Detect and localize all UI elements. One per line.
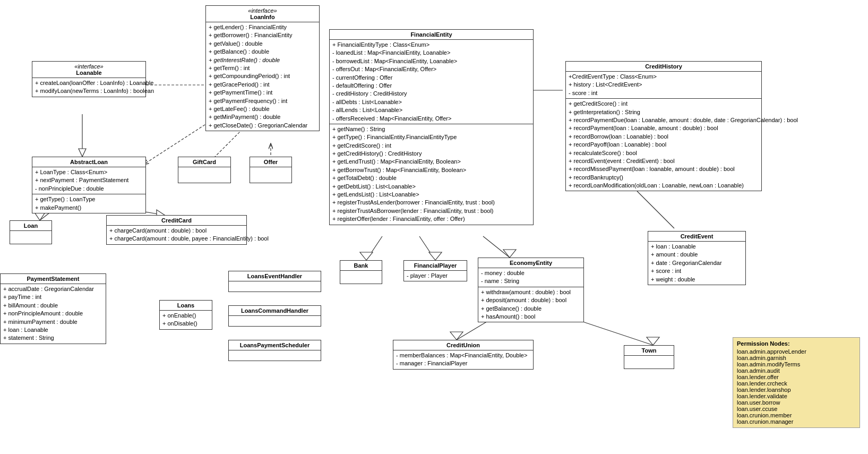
creditcard-methods: + chargeCard(amount : double) : bool + c… xyxy=(107,226,246,244)
abstractloan-methods: + getType() : LoanType + makePayment() xyxy=(32,194,145,213)
loansPaymentScheduler-class: LoansPaymentScheduler xyxy=(228,340,321,361)
paymentstatement-class: PaymentStatement + accrualDate : Gregori… xyxy=(0,273,106,344)
svg-line-13 xyxy=(366,236,382,260)
creditunion-attrs: - memberBalances : Map<FinancialEntity, … xyxy=(393,350,533,369)
svg-line-17 xyxy=(483,236,510,258)
giftcard-body xyxy=(178,167,230,178)
loans-methods: + onEnable() + onDisable() xyxy=(160,311,212,329)
creditcard-header: CreditCard xyxy=(107,216,246,226)
town-header: Town xyxy=(624,346,674,356)
town-body xyxy=(624,356,674,366)
loansEventHandler-header: LoansEventHandler xyxy=(229,271,321,281)
loans-class: Loans + onEnable() + onDisable() xyxy=(159,300,212,330)
loanable-class: «interface» Loanable + createLoan(loanOf… xyxy=(32,61,146,97)
svg-marker-20 xyxy=(450,332,463,340)
loan-body xyxy=(10,231,51,242)
loanable-methods: + createLoan(loanOffer : LoanInfo) : Loa… xyxy=(32,78,145,97)
loansEventHandler-class: LoansEventHandler xyxy=(228,271,321,292)
permission-notes: Permission Nodes: loan.admin.approveLend… xyxy=(733,337,860,428)
svg-marker-16 xyxy=(429,252,442,260)
economyentity-class: EconomyEntity - money : double - name : … xyxy=(478,258,584,322)
economyentity-methods: + withdraw(amount : double) : bool + dep… xyxy=(478,287,583,322)
financialentity-header: FinancialEntity xyxy=(330,30,533,40)
svg-line-11 xyxy=(637,191,674,228)
bank-class: Bank xyxy=(340,260,382,284)
svg-marker-22 xyxy=(647,337,659,345)
giftcard-class: GiftCard xyxy=(178,157,231,183)
uml-diagram: «interface» LoanInfo + getLender() : Fin… xyxy=(0,0,868,454)
paymentstatement-header: PaymentStatement xyxy=(1,274,106,284)
loans-header: Loans xyxy=(160,301,212,311)
financialplayer-attrs: - player : Player xyxy=(404,271,467,281)
bank-header: Bank xyxy=(340,261,382,271)
abstractloan-attrs: + LoanType : Class<Enum> + nextPayment :… xyxy=(32,167,145,194)
giftcard-header: GiftCard xyxy=(178,157,230,167)
loansPaymentScheduler-header: LoansPaymentScheduler xyxy=(229,340,321,350)
financialentity-methods: + getName() : String + getType() : Finan… xyxy=(330,124,533,225)
creditevent-class: CreditEvent + loan : Loanable + amount :… xyxy=(648,231,746,285)
credithistory-attrs: +CreditEventType : Class<Enum> + history… xyxy=(566,72,761,99)
loansCommandHandler-header: LoansCommandHandler xyxy=(229,306,321,316)
svg-line-15 xyxy=(419,236,435,260)
loanable-header: «interface» Loanable xyxy=(32,62,145,78)
economyentity-attrs: - money : double - name : String xyxy=(478,268,583,287)
economyentity-header: EconomyEntity xyxy=(478,258,583,268)
loan-class: Loan xyxy=(10,220,52,244)
offer-class: Offer xyxy=(250,157,292,183)
paymentstatement-attrs: + accrualDate : GregorianCalendar + payT… xyxy=(1,284,106,344)
financialentity-attrs: + FinancialEntityType : Class<Enum> - lo… xyxy=(330,40,533,124)
loansEventHandler-body xyxy=(229,281,321,289)
abstractloan-header: AbstractLoan xyxy=(32,157,145,167)
svg-marker-18 xyxy=(503,250,516,258)
loaninfo-header: «interface» LoanInfo xyxy=(206,6,319,22)
abstractloan-class: AbstractLoan + LoanType : Class<Enum> + … xyxy=(32,157,146,213)
creditcard-class: CreditCard + chargeCard(amount : double)… xyxy=(106,215,247,245)
loaninfo-class: «interface» LoanInfo + getLender() : Fin… xyxy=(205,5,320,131)
bank-body xyxy=(340,271,382,281)
loan-header: Loan xyxy=(10,221,51,231)
loaninfo-methods: + getLender() : FinancialEntity + getBor… xyxy=(206,22,319,131)
credithistory-methods: + getCreditScore() : int + getInterpreta… xyxy=(566,99,761,191)
creditunion-class: CreditUnion - memberBalances : Map<Finan… xyxy=(393,340,534,370)
town-class: Town xyxy=(624,345,674,369)
credithistory-header: CreditHistory xyxy=(566,62,761,72)
creditunion-header: CreditUnion xyxy=(393,340,533,350)
financialplayer-header: FinancialPlayer xyxy=(404,261,467,271)
offer-body xyxy=(250,167,291,178)
financialentity-class: FinancialEntity + FinancialEntityType : … xyxy=(329,29,534,225)
svg-marker-3 xyxy=(79,149,86,157)
financialplayer-class: FinancialPlayer - player : Player xyxy=(403,260,467,281)
creditevent-attrs: + loan : Loanable + amount : double + da… xyxy=(648,242,745,285)
loansCommandHandler-class: LoansCommandHandler xyxy=(228,305,321,327)
svg-marker-7 xyxy=(35,212,45,220)
creditevent-header: CreditEvent xyxy=(648,232,745,242)
svg-marker-14 xyxy=(360,252,373,260)
offer-header: Offer xyxy=(250,157,291,167)
loansCommandHandler-body xyxy=(229,316,321,324)
credithistory-class: CreditHistory +CreditEventType : Class<E… xyxy=(565,61,762,191)
loansPaymentScheduler-body xyxy=(229,350,321,358)
